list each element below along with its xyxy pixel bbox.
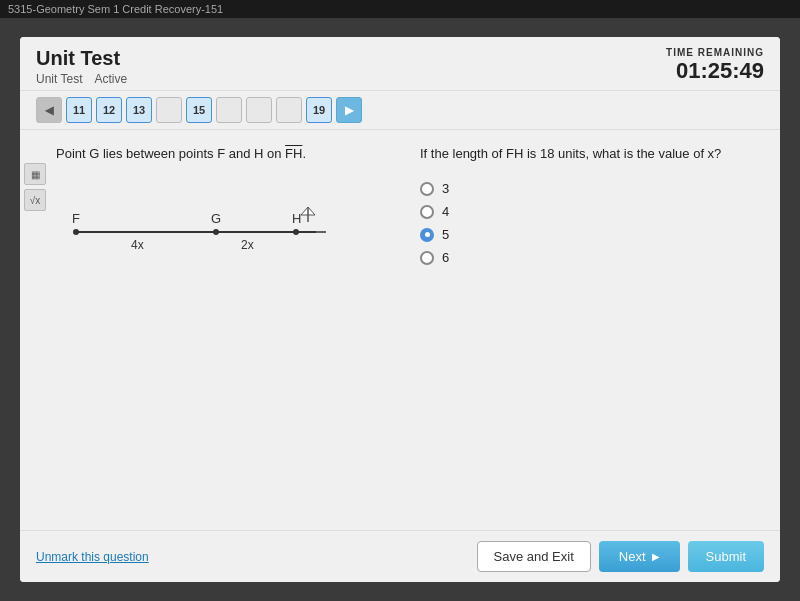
radio-6[interactable] (420, 251, 434, 265)
time-remaining-container: TIME REMAINING 01:25:49 (666, 47, 764, 84)
top-bar: 5315-Geometry Sem 1 Credit Recovery-151 (0, 0, 800, 18)
top-bar-title: 5315-Geometry Sem 1 Credit Recovery-151 (8, 3, 223, 15)
nav-page-14[interactable] (156, 97, 182, 123)
main-container: Unit Test Unit Test Active TIME REMAININ… (0, 18, 800, 601)
save-exit-button[interactable]: Save and Exit (477, 541, 591, 572)
radio-5[interactable] (420, 228, 434, 242)
nav-prev-button[interactable]: ◀ (36, 97, 62, 123)
svg-text:G: G (211, 211, 221, 226)
window-subtitle: Unit Test Active (36, 72, 764, 86)
submit-button[interactable]: Submit (688, 541, 764, 572)
subtitle-test-label: Unit Test (36, 72, 82, 86)
unmark-link[interactable]: Unmark this question (36, 550, 149, 564)
content-area: Point G lies between points F and H on F… (20, 130, 780, 530)
option-6-label: 6 (442, 250, 449, 265)
answer-option-4[interactable]: 4 (420, 204, 764, 219)
answer-options: 3 4 5 6 (420, 181, 764, 265)
page-title: Unit Test (36, 47, 764, 70)
svg-point-3 (213, 229, 219, 235)
answer-option-3[interactable]: 3 (420, 181, 764, 196)
question-right: If the length of FH is 18 units, what is… (420, 146, 764, 514)
radio-4[interactable] (420, 205, 434, 219)
question-left: Point G lies between points F and H on F… (56, 146, 400, 514)
answer-option-6[interactable]: 6 (420, 250, 764, 265)
nav-page-17[interactable] (246, 97, 272, 123)
nav-bar: ◀ 11 12 13 15 19 ▶ (20, 91, 780, 130)
nav-page-18[interactable] (276, 97, 302, 123)
svg-text:4x: 4x (131, 238, 144, 252)
option-4-label: 4 (442, 204, 449, 219)
nav-play-button[interactable]: ▶ (336, 97, 362, 123)
segment-label: FH (285, 146, 302, 161)
svg-text:H: H (292, 211, 301, 226)
radio-3[interactable] (420, 182, 434, 196)
footer-bar: Unmark this question Save and Exit Next … (20, 530, 780, 582)
line-diagram-svg: F G H 4x 2x (56, 197, 336, 267)
tool-calculator[interactable]: ▦ (24, 163, 46, 185)
window-header: Unit Test Unit Test Active TIME REMAININ… (20, 37, 780, 91)
svg-text:2x: 2x (241, 238, 254, 252)
nav-page-19[interactable]: 19 (306, 97, 332, 123)
svg-text:F: F (72, 211, 80, 226)
nav-page-15[interactable]: 15 (186, 97, 212, 123)
answer-option-5[interactable]: 5 (420, 227, 764, 242)
option-5-label: 5 (442, 227, 449, 242)
nav-page-12[interactable]: 12 (96, 97, 122, 123)
nav-page-16[interactable] (216, 97, 242, 123)
time-value: 01:25:49 (666, 58, 764, 84)
nav-page-13[interactable]: 13 (126, 97, 152, 123)
diagram-container: F G H 4x 2x (56, 187, 400, 281)
footer-buttons: Save and Exit Next Submit (477, 541, 764, 572)
time-label: TIME REMAINING (666, 47, 764, 58)
nav-page-11[interactable]: 11 (66, 97, 92, 123)
subtitle-status: Active (94, 72, 127, 86)
question-left-text: Point G lies between points F and H on F… (56, 146, 400, 161)
left-tools: ▦ √x (20, 157, 50, 217)
next-button[interactable]: Next (599, 541, 680, 572)
tool-sqrt[interactable]: √x (24, 189, 46, 211)
svg-point-2 (73, 229, 79, 235)
svg-point-4 (293, 229, 299, 235)
option-3-label: 3 (442, 181, 449, 196)
window: Unit Test Unit Test Active TIME REMAININ… (20, 37, 780, 582)
right-question-text: If the length of FH is 18 units, what is… (420, 146, 764, 161)
